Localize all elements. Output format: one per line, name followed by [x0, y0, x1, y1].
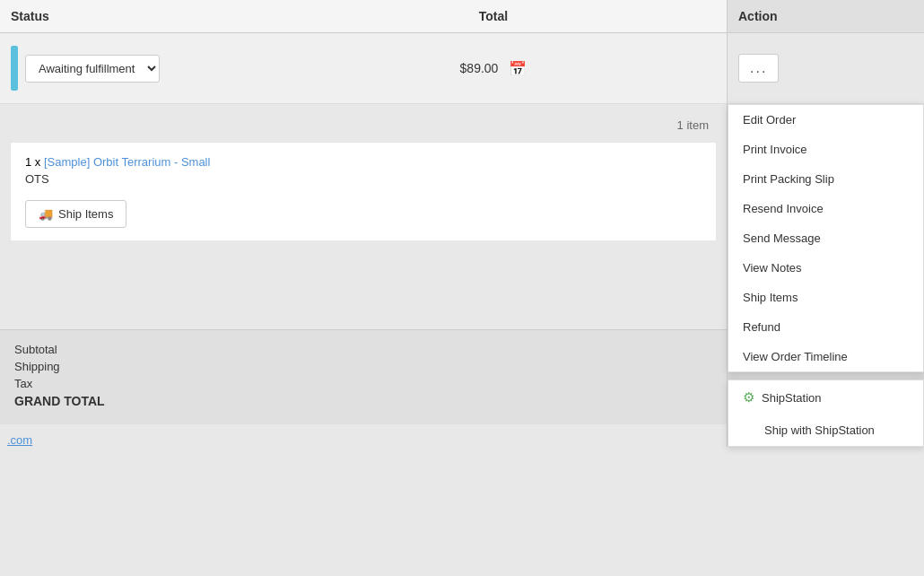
status-cell: Awaiting fulfillment Awaiting payment Pe…	[0, 33, 260, 103]
shipping-row: Shipping	[14, 360, 712, 373]
ship-items-label: Ship Items	[58, 207, 113, 221]
shipstation-header: ⚙ ShipStation	[728, 380, 923, 415]
shipstation-label: ShipStation	[762, 391, 822, 405]
action-view-order-timeline[interactable]: View Order Timeline	[728, 342, 923, 371]
shipstation-section: ⚙ ShipStation Ship with ShipStation	[728, 380, 924, 447]
status-column-header: Status	[0, 0, 260, 32]
item-link[interactable]: [Sample] Orbit Terrarium - Small	[44, 155, 210, 169]
item-details: 1 x [Sample] Orbit Terrarium - Small OTS…	[11, 143, 716, 240]
status-indicator	[11, 46, 18, 91]
ship-items-button[interactable]: 🚚 Ship Items	[25, 200, 126, 228]
tax-row: Tax	[14, 377, 712, 390]
item-sku: OTS	[25, 172, 702, 186]
tax-label: Tax	[14, 377, 32, 390]
items-section: 1 item 1 x [Sample] Orbit Terrarium - Sm…	[0, 104, 727, 329]
total-cell: $89.00 📅	[260, 33, 727, 103]
subtotal-row: Subtotal	[14, 343, 712, 356]
action-view-notes[interactable]: View Notes	[728, 253, 923, 283]
action-print-packing-slip[interactable]: Print Packing Slip	[728, 164, 923, 194]
left-content: 1 item 1 x [Sample] Orbit Terrarium - Sm…	[0, 104, 727, 447]
action-refund[interactable]: Refund	[728, 312, 923, 342]
action-panel: Edit Order Print Invoice Print Packing S…	[727, 104, 924, 447]
item-count: 1 item	[11, 118, 716, 132]
action-print-invoice[interactable]: Print Invoice	[728, 135, 923, 164]
grand-total-row: GRAND TOTAL	[14, 394, 712, 408]
total-column-header: Total	[260, 0, 727, 32]
subtotal-label: Subtotal	[14, 343, 57, 356]
action-cell: ...	[727, 33, 924, 103]
grand-total-label: GRAND TOTAL	[14, 394, 105, 408]
item-quantity: 1 x	[25, 155, 40, 169]
status-select[interactable]: Awaiting fulfillment Awaiting payment Pe…	[25, 55, 160, 83]
gear-icon: ⚙	[743, 389, 754, 406]
totals-section: Subtotal Shipping Tax GRAND TOTAL	[0, 329, 727, 424]
ship-with-shipstation-button[interactable]: Ship with ShipStation	[728, 415, 923, 446]
action-column-header: Action	[727, 0, 924, 32]
action-ship-items[interactable]: Ship Items	[728, 283, 923, 312]
action-send-message[interactable]: Send Message	[728, 223, 923, 253]
shipping-label: Shipping	[14, 360, 60, 373]
action-dropdown-menu: Edit Order Print Invoice Print Packing S…	[728, 104, 924, 372]
action-edit-order[interactable]: Edit Order	[728, 105, 923, 135]
calendar-icon[interactable]: 📅	[509, 60, 527, 77]
footer-link[interactable]: .com	[7, 433, 32, 447]
action-dots-button[interactable]: ...	[738, 54, 779, 83]
total-amount: $89.00	[460, 61, 499, 75]
action-resend-invoice[interactable]: Resend Invoice	[728, 194, 923, 223]
truck-icon: 🚚	[39, 207, 53, 221]
item-name: 1 x [Sample] Orbit Terrarium - Small	[25, 155, 702, 169]
